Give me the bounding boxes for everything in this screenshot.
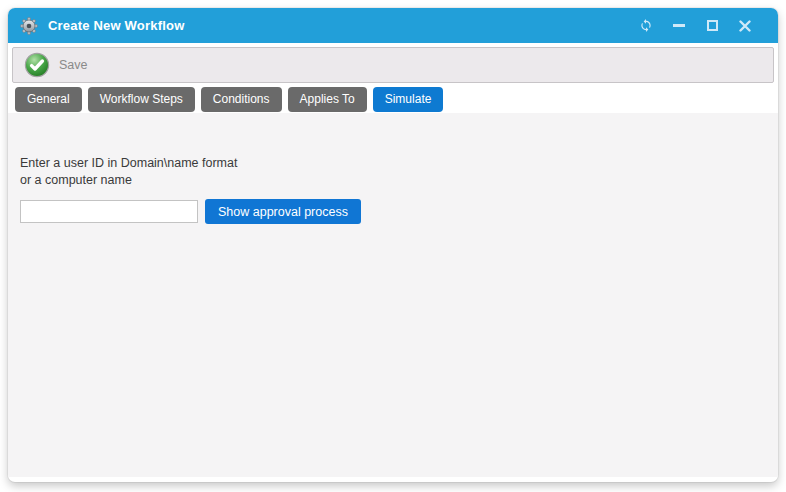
close-icon[interactable]: [738, 19, 752, 33]
toolbar: Save: [12, 47, 774, 83]
instructions-text: Enter a user ID in Domain\name format or…: [20, 155, 766, 189]
gear-icon: [20, 17, 38, 35]
user-id-input[interactable]: [20, 200, 198, 223]
green-check-circle-icon: [24, 52, 50, 78]
window-controls: [639, 19, 752, 33]
tab-conditions[interactable]: Conditions: [201, 87, 282, 112]
instruction-line-1: Enter a user ID in Domain\name format: [20, 155, 766, 172]
simulate-input-row: Show approval process: [20, 199, 766, 224]
show-approval-process-button[interactable]: Show approval process: [205, 199, 361, 224]
tab-workflow-steps[interactable]: Workflow Steps: [88, 87, 195, 112]
create-workflow-window: Create New Workflow: [8, 8, 778, 482]
tab-general[interactable]: General: [15, 87, 82, 112]
window-title: Create New Workflow: [48, 18, 639, 33]
save-button[interactable]: Save: [24, 52, 88, 78]
tab-applies-to[interactable]: Applies To: [288, 87, 367, 112]
tab-simulate[interactable]: Simulate: [373, 87, 444, 112]
maximize-icon[interactable]: [705, 19, 719, 33]
tab-bar: General Workflow Steps Conditions Applie…: [15, 87, 778, 112]
titlebar: Create New Workflow: [8, 8, 778, 43]
minimize-icon[interactable]: [672, 19, 686, 33]
save-button-label: Save: [59, 58, 88, 72]
simulate-panel: Enter a user ID in Domain\name format or…: [8, 113, 778, 477]
instruction-line-2: or a computer name: [20, 172, 766, 189]
refresh-icon[interactable]: [639, 19, 653, 33]
